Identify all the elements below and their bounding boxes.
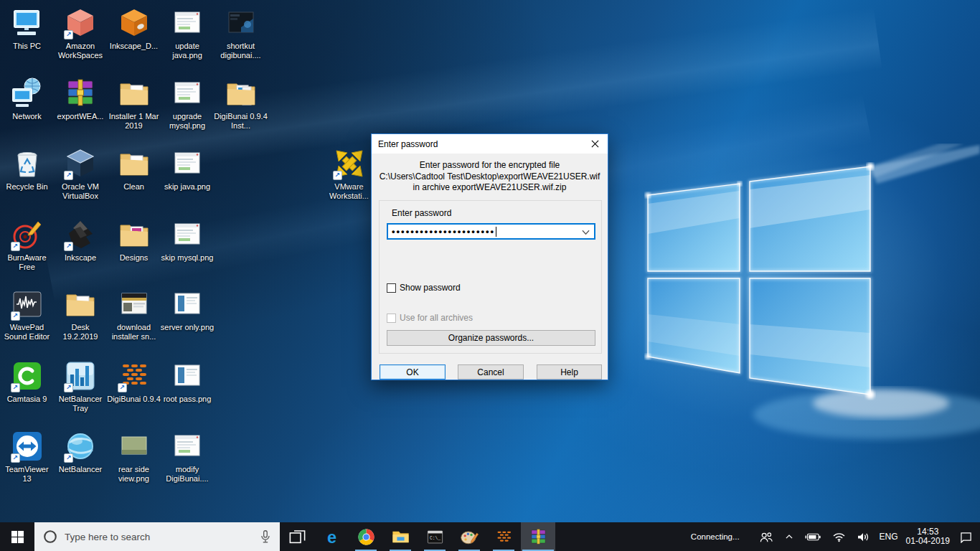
taskbar-icon-winrar[interactable] — [521, 522, 555, 551]
message-line-3: in archive exportWEAVE21USER.wif.zip — [372, 182, 608, 194]
browser-thumb-icon — [117, 287, 151, 321]
desktop-icon-upgrade-mysql-png[interactable]: upgrade mysql.png — [161, 76, 215, 131]
taskbar-search-box[interactable] — [34, 522, 280, 551]
password-label: Enter password — [392, 208, 451, 218]
help-button[interactable]: Help — [537, 364, 602, 380]
desktop-icon-netbalancer-tray[interactable]: ↗NetBalancer Tray — [54, 359, 108, 413]
desktop-icon-label: NetBalancer — [54, 465, 108, 474]
close-icon[interactable] — [582, 134, 608, 154]
desktop-icon-label: server only.png — [161, 323, 215, 332]
search-input[interactable] — [65, 532, 252, 542]
desktop-icon-skip-mysql-png[interactable]: skip mysql.png — [161, 217, 215, 263]
language-indicator[interactable]: ENG — [880, 532, 898, 542]
server-thumb-icon — [170, 359, 204, 393]
volume-icon[interactable] — [855, 530, 872, 544]
show-password-checkbox[interactable]: Show password — [387, 283, 461, 293]
taskbar-icon-cmd[interactable]: C:\_ — [418, 522, 452, 551]
ok-button[interactable]: OK — [380, 364, 446, 380]
desktop-icon-modify-digibunai[interactable]: modify DigiBunai.... — [161, 429, 215, 484]
windows-logo-wallpaper — [631, 143, 980, 445]
shortcut-arrow-icon: ↗ — [118, 383, 127, 392]
cortana-ring-icon — [42, 529, 58, 545]
desktop-icon-netbalancer[interactable]: ↗NetBalancer — [54, 429, 108, 474]
desktop-icon-rear-side-view-png[interactable]: rear side view.png — [107, 429, 161, 484]
taskbar-clock[interactable]: 14:53 01-04-2019 — [906, 527, 950, 547]
server-thumb-icon — [170, 287, 204, 321]
folder-icon — [117, 146, 151, 181]
taskbar-icon-edge[interactable]: e — [314, 522, 349, 551]
desktop-icon-update-java-png[interactable]: update java.png — [161, 6, 215, 60]
people-icon[interactable] — [758, 529, 775, 545]
shortcut-arrow-icon: ↗ — [333, 171, 342, 180]
hidden-icons-chevron[interactable] — [783, 531, 796, 543]
screenshot-light-icon — [170, 146, 204, 181]
desktop-icon-label: Clean — [107, 182, 161, 192]
recycle-icon — [10, 146, 44, 181]
desktop-icon-desk-19-2-2019[interactable]: Desk 19.2.2019 — [54, 287, 108, 342]
desktop-icon-wavepad-sound-editor[interactable]: ↗WavePad Sound Editor — [0, 287, 54, 342]
desktop-icon-inkscape-d[interactable]: Inkscape_D... — [107, 6, 161, 51]
screenshot-dark-icon — [224, 6, 258, 40]
desktop-icon-root-pass-png[interactable]: root pass.png — [161, 359, 215, 404]
task-view-button[interactable] — [280, 522, 314, 551]
desktop-icon-label: rear side view.png — [107, 465, 161, 484]
taskbar-icon-paint[interactable] — [452, 522, 486, 551]
start-button[interactable] — [0, 522, 34, 551]
desktop-icon-download-installer-sn[interactable]: download installer sn... — [107, 287, 161, 342]
desktop-icon-designs[interactable]: Designs — [107, 217, 161, 263]
desktop-icon-camtasia-9[interactable]: ↗Camtasia 9 — [0, 359, 54, 404]
desktop-icon-clean[interactable]: Clean — [107, 146, 161, 192]
desktop-icon-label: Oracle VM VirtualBox — [54, 182, 108, 201]
password-input[interactable]: •••••••••••••••••••••• — [387, 223, 595, 240]
cube-navy-icon: ↗ — [63, 146, 98, 181]
desktop-icon-label: Network — [0, 112, 54, 121]
desktop-icon-recycle-bin[interactable]: Recycle Bin — [0, 146, 54, 192]
checkbox-box — [387, 314, 396, 323]
organize-passwords-button[interactable]: Organize passwords... — [387, 330, 595, 346]
folder-icon — [63, 287, 98, 321]
cancel-button[interactable]: Cancel — [458, 364, 524, 380]
camtasia-icon: ↗ — [10, 359, 44, 393]
desktop-icon-this-pc[interactable]: This PC — [0, 6, 54, 51]
desktop-icon-label: TeamViewer 13 — [0, 465, 54, 484]
taskbar-icon-chrome[interactable] — [349, 522, 383, 551]
inkscape-icon: ↗ — [63, 217, 98, 252]
microphone-icon[interactable] — [258, 529, 272, 545]
windows-start-icon — [11, 530, 24, 544]
taskbar-icon-explorer[interactable] — [383, 522, 418, 551]
password-groupbox: Enter password •••••••••••••••••••••• Sh… — [379, 200, 602, 354]
desktop-icon-installer-1-mar-2019[interactable]: Installer 1 Mar 2019 — [107, 76, 161, 131]
folder-files-icon — [224, 76, 258, 110]
screenshot-light-icon — [170, 429, 204, 463]
desktop-icon-oracle-vm-virtualbox[interactable]: ↗Oracle VM VirtualBox — [54, 146, 108, 201]
desktop-icon-vmware-workstati[interactable]: ↗VMware Workstati... — [322, 146, 376, 201]
desktop-icon-label: exportWEA... — [54, 112, 108, 121]
desktop-icon-digibunai-0-9-4[interactable]: ↗DigiBunai 0.9.4 — [107, 359, 161, 404]
dialog-title-bar[interactable]: Enter password — [372, 134, 608, 154]
action-center-icon[interactable] — [958, 529, 974, 545]
desktop-icon-label: VMware Workstati... — [322, 182, 376, 201]
desktop-icon-teamviewer-13[interactable]: ↗TeamViewer 13 — [0, 429, 54, 484]
desktop-icon-skip-java-png[interactable]: skip java.png — [161, 146, 215, 192]
desktop-icon-amazon-workspaces[interactable]: ↗Amazon WorkSpaces — [54, 6, 108, 60]
desktop-icon-label: root pass.png — [161, 395, 215, 404]
taskbar-icon-digibunai[interactable] — [486, 522, 521, 551]
network-icon — [10, 76, 44, 110]
desktop-icon-shortkut-digibunai[interactable]: shortkut digibunai.... — [214, 6, 268, 60]
desktop-icon-exportwea[interactable]: exportWEA... — [54, 76, 108, 121]
desktop-icon-network[interactable]: Network — [0, 76, 54, 121]
cube-coral-icon: ↗ — [63, 6, 98, 40]
desktop-icon-inkscape[interactable]: ↗Inkscape — [54, 217, 108, 263]
screenshot-light-icon — [170, 76, 204, 110]
desktop-icon-label: Amazon WorkSpaces — [54, 42, 108, 60]
desktop-icon-digibunai-0-9-4-inst[interactable]: DigiBunai 0.9.4 Inst... — [214, 76, 268, 131]
wifi-icon[interactable] — [831, 530, 847, 544]
battery-icon[interactable] — [804, 530, 823, 544]
chevron-down-icon[interactable] — [582, 230, 590, 235]
desktop-icon-label: download installer sn... — [107, 323, 161, 342]
task-view-icon — [288, 527, 307, 547]
desktop-icon-server-only-png[interactable]: server only.png — [161, 287, 215, 332]
desktop-icon-burnaware-free[interactable]: ↗BurnAware Free — [0, 217, 54, 272]
desktop-icon-label: skip mysql.png — [161, 253, 215, 263]
checkbox-box[interactable] — [387, 283, 396, 293]
